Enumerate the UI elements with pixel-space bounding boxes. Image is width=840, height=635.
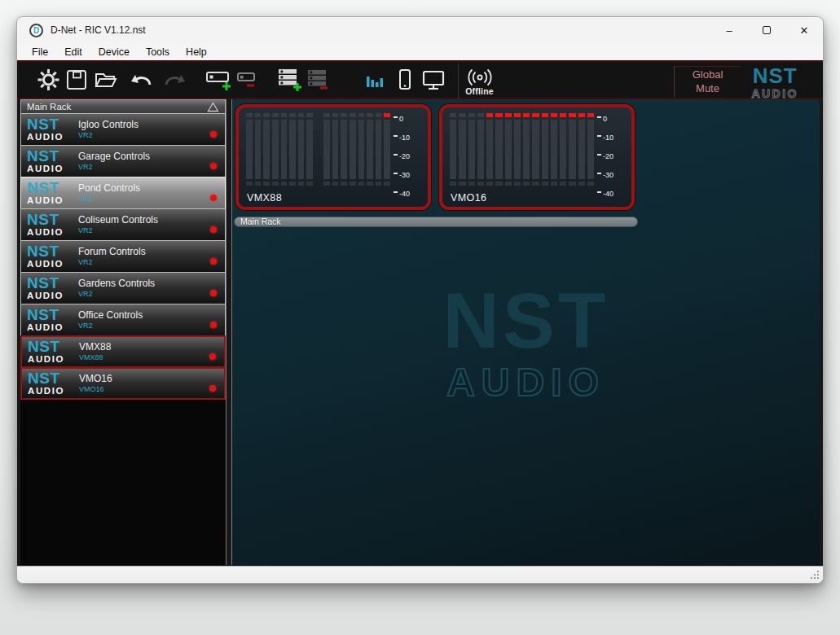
brand-audio-text: AUDIO bbox=[751, 88, 798, 99]
menu-device[interactable]: Device bbox=[90, 45, 138, 59]
menu-file[interactable]: File bbox=[24, 45, 56, 59]
scale-row: -30 bbox=[597, 171, 614, 179]
sidebar-device-item[interactable]: NST AUDIO Forum Controls VR2 bbox=[20, 240, 226, 273]
global-mute-button[interactable]: Global Mute bbox=[674, 66, 741, 97]
device-status-dot bbox=[210, 195, 217, 201]
remove-rack-button[interactable] bbox=[306, 68, 330, 91]
nst-audio-logo: NST AUDIO bbox=[21, 275, 72, 301]
save-button[interactable] bbox=[64, 69, 89, 90]
device-name: Pond Controls bbox=[78, 183, 140, 195]
global-mute-line2: Mute bbox=[675, 82, 741, 95]
open-file-button[interactable] bbox=[93, 70, 119, 90]
meter-bar bbox=[255, 120, 262, 179]
redo-button[interactable] bbox=[162, 71, 187, 89]
meter-bar-foot bbox=[272, 182, 279, 186]
nst-audio-logo: NST AUDIO bbox=[21, 307, 72, 333]
clip-indicator bbox=[495, 113, 502, 117]
meter-channel bbox=[323, 113, 330, 186]
maximize-button[interactable] bbox=[748, 17, 785, 43]
menu-bar: File Edit Device Tools Help bbox=[17, 43, 823, 60]
meter-channel bbox=[486, 113, 493, 186]
sidebar-device-item[interactable]: NST AUDIO Gardens Controls VR2 bbox=[20, 272, 226, 304]
meter-bar bbox=[263, 120, 270, 179]
device-status-dot bbox=[210, 290, 217, 296]
meter-panel[interactable]: 0-10-20-30-40 VMO16 bbox=[439, 104, 635, 210]
scale-tick bbox=[394, 116, 398, 118]
sidebar-device-item[interactable]: NST AUDIO Garage Controls VR2 bbox=[20, 145, 226, 177]
clip-indicator bbox=[450, 113, 456, 117]
meter-bar bbox=[523, 120, 530, 179]
scale-row: -40 bbox=[394, 190, 410, 198]
device-name: Gardens Controls bbox=[78, 278, 155, 290]
clip-indicator bbox=[341, 113, 347, 117]
sidebar-device-item[interactable]: NST AUDIO Igloo Controls VR2 bbox=[20, 113, 226, 146]
meter-channel bbox=[569, 113, 575, 186]
menu-edit[interactable]: Edit bbox=[56, 45, 90, 59]
clip-indicator bbox=[289, 113, 296, 117]
meter-channel bbox=[468, 113, 475, 186]
rack-tab[interactable]: Main Rack bbox=[234, 217, 638, 227]
meter-bar-foot bbox=[255, 182, 262, 186]
sidebar-device-item[interactable]: NST AUDIO Coliseum Controls VR2 bbox=[20, 208, 226, 241]
meter-bar bbox=[578, 120, 585, 179]
rack-header[interactable]: Main Rack bbox=[20, 99, 226, 114]
settings-button[interactable] bbox=[36, 69, 60, 91]
add-rack-button[interactable] bbox=[276, 68, 302, 92]
remove-device-button[interactable] bbox=[235, 69, 260, 90]
device-name: Igloo Controls bbox=[78, 120, 139, 131]
clip-indicator bbox=[350, 113, 356, 117]
monitor-icon bbox=[422, 70, 445, 90]
nst-audio-logo: NST AUDIO bbox=[22, 339, 73, 365]
close-button[interactable]: ✕ bbox=[785, 17, 823, 43]
clip-indicator bbox=[263, 113, 270, 117]
scale-label: -40 bbox=[399, 190, 410, 198]
connection-status-button[interactable]: Offline bbox=[458, 64, 500, 99]
clip-indicator bbox=[532, 113, 539, 117]
meters-view-button[interactable] bbox=[363, 72, 387, 88]
device-status-dot bbox=[209, 385, 216, 392]
menu-tools[interactable]: Tools bbox=[138, 45, 178, 59]
meter-bar bbox=[272, 120, 279, 179]
meter-bar-foot bbox=[486, 182, 493, 186]
rack-remove-icon bbox=[306, 68, 329, 91]
clip-indicator bbox=[246, 113, 253, 117]
add-device-button[interactable] bbox=[205, 68, 234, 92]
meter-bar-foot bbox=[477, 182, 484, 186]
meter-bar bbox=[350, 120, 356, 179]
sidebar-device-item[interactable]: NST AUDIO VMO16 VMO16 bbox=[20, 367, 226, 400]
clip-indicator bbox=[587, 113, 594, 117]
clip-indicator bbox=[523, 113, 530, 117]
display-view-button[interactable] bbox=[421, 70, 446, 90]
meter-bar-foot bbox=[569, 182, 575, 186]
sidebar-device-item[interactable]: NST AUDIO Office Controls VR2 bbox=[20, 304, 226, 336]
meter-bar-foot bbox=[532, 182, 539, 186]
meter-channel bbox=[560, 113, 566, 186]
meter-bar-foot bbox=[505, 182, 512, 186]
mobile-view-button[interactable] bbox=[394, 69, 416, 90]
menu-help[interactable]: Help bbox=[178, 45, 215, 59]
meter-channel bbox=[384, 113, 390, 186]
resize-grip[interactable] bbox=[811, 571, 819, 579]
device-remove-icon bbox=[236, 69, 259, 90]
sidebar-device-item[interactable]: NST AUDIO Pond Controls VR2 bbox=[20, 177, 226, 209]
meter-panel[interactable]: 0-10-20-30-40 VMX88 bbox=[235, 104, 431, 210]
nst-audio-logo: NST AUDIO bbox=[21, 116, 72, 142]
meter-channel bbox=[358, 113, 365, 186]
device-status-dot bbox=[210, 131, 217, 138]
collapse-triangle-icon[interactable] bbox=[207, 102, 219, 112]
scale-tick bbox=[394, 173, 398, 174]
nst-audio-brand-logo: NST AUDIO bbox=[751, 65, 798, 99]
meter-bar-foot bbox=[587, 182, 594, 186]
minimize-button[interactable]: – bbox=[710, 17, 748, 43]
scale-row: -10 bbox=[597, 134, 614, 142]
meter-bar bbox=[477, 120, 484, 179]
meter-channel bbox=[532, 113, 539, 186]
wireless-offline-icon bbox=[464, 68, 496, 87]
device-add-icon bbox=[205, 68, 233, 92]
meter-channel bbox=[514, 113, 521, 186]
app-window: D D-Net - RIC V1.12.nst – ✕ File Edit De… bbox=[16, 16, 824, 584]
nst-audio-logo: NST AUDIO bbox=[21, 212, 72, 238]
undo-button[interactable] bbox=[130, 71, 154, 89]
meter-channel bbox=[341, 113, 347, 186]
sidebar-device-item[interactable]: NST AUDIO VMX88 VMX88 bbox=[20, 335, 226, 368]
